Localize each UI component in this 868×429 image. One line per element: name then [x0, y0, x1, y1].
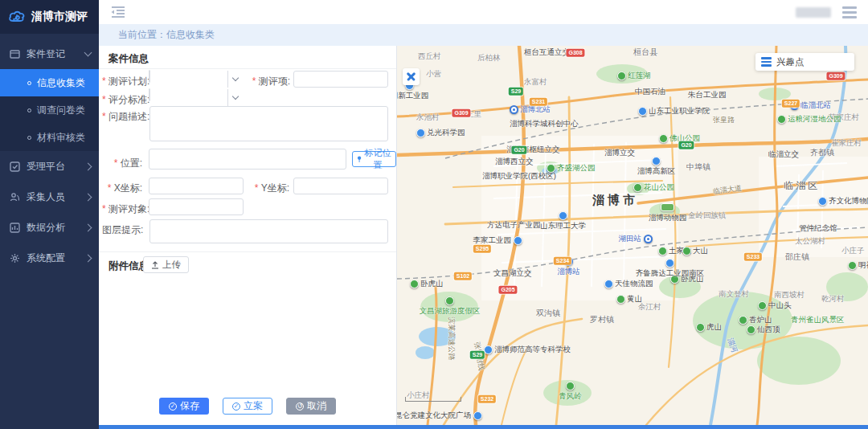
map-label: 太公湖村 — [795, 237, 825, 245]
sidebar-item-case-register[interactable]: 案件登记 — [0, 39, 99, 69]
breadcrumb-current: 信息收集类 — [166, 28, 215, 42]
sidebar-subitem-label: 材料审核类 — [37, 131, 85, 145]
layer-hint-textarea[interactable] — [149, 219, 388, 243]
map-marker: 山东理工大学 — [559, 211, 567, 220]
map-tools-icon[interactable] — [403, 68, 420, 85]
map-marker: 明祖山 — [848, 261, 857, 270]
map-marker: 淄博高新区 — [652, 157, 661, 165]
sidebar-item-acceptance-platform[interactable]: 受理平台 — [0, 151, 99, 182]
map-marker-label: 山东工业职业学院 — [649, 107, 710, 115]
check-square-icon — [10, 161, 20, 172]
road-shield: G205 — [498, 286, 517, 294]
poi-icon — [484, 345, 493, 354]
standard-select[interactable] — [149, 89, 242, 106]
plan-select[interactable] — [149, 71, 242, 88]
sidebar-item-system-config[interactable]: 系统配置 — [0, 243, 99, 273]
chevron-down-icon — [227, 89, 242, 106]
sidebar-item-data-analysis[interactable]: 数据分析 — [0, 212, 99, 243]
poi-icon — [696, 323, 705, 332]
description-label: 问题描述: — [102, 110, 142, 124]
map-label: 中埠镇 — [686, 163, 710, 171]
map-label: 淄博职业学院(西校区) — [482, 172, 556, 180]
map-label: 永富村 — [524, 78, 547, 86]
poi-icon — [658, 247, 667, 255]
standard-label: 评分标准: — [102, 93, 142, 107]
sidebar-item-material-review[interactable]: 材料审核类 — [0, 124, 99, 151]
poi-layer-panel[interactable]: 兴趣点 — [755, 53, 854, 71]
sidebar-item-collectors[interactable]: 采集人员 — [0, 182, 99, 212]
map-marker: 兑光科学园 — [416, 129, 425, 137]
menu-hamburger-icon[interactable] — [842, 6, 857, 18]
sidebar-item-questionnaire[interactable]: 调查问卷类 — [0, 96, 99, 124]
poi-icon — [514, 236, 522, 245]
gear-icon — [10, 253, 20, 264]
road-shield: S234 — [554, 257, 571, 265]
map-label: 桓台县 — [633, 48, 657, 56]
description-textarea[interactable] — [149, 106, 388, 141]
register-case-button[interactable]: ✓立案 — [223, 398, 272, 415]
chevron-right-icon — [84, 254, 92, 262]
map-marker-label: 虎山 — [706, 323, 722, 331]
target-input[interactable] — [149, 198, 244, 215]
upload-button[interactable]: 上传 — [143, 256, 189, 273]
poi-icon — [559, 211, 567, 220]
map-label: 临淄区 — [784, 181, 820, 190]
poi-panel-label: 兴趣点 — [776, 56, 805, 68]
breadcrumb-prefix: 当前位置： — [118, 28, 166, 42]
chevron-right-icon — [84, 162, 92, 170]
cancel-button[interactable]: ↺取消 — [286, 398, 336, 415]
map-marker-label: 天佳物流园 — [615, 280, 653, 288]
map-pin-icon — [357, 155, 362, 164]
road-shield: G309 — [826, 72, 845, 80]
map-marker: 齐文化博物院 — [818, 197, 827, 206]
location-label: 位置: — [102, 157, 142, 170]
poi-icon — [604, 280, 613, 288]
poi-icon — [652, 157, 661, 165]
map-label: 金岭回族镇 — [688, 211, 727, 219]
map-marker-label: 齐盛湖公园 — [557, 164, 596, 172]
divider — [99, 251, 396, 252]
location-input[interactable] — [149, 149, 346, 170]
chevron-down-icon — [227, 71, 242, 88]
item-label: 测评项: — [250, 75, 290, 88]
map-label: 南西坡村 — [774, 291, 805, 299]
road-shield: S29 — [509, 88, 523, 96]
map-label: 淄博立交 — [604, 149, 635, 157]
road-shield: G309 — [452, 109, 470, 117]
poi-icon — [616, 295, 625, 304]
map-marker: 李家工业园 — [514, 236, 522, 245]
cloud-logo-icon — [8, 10, 26, 23]
map-label: 临淄立交 — [768, 150, 799, 158]
form-actions: ✓保存 ✓立案 ↺取消 — [99, 398, 396, 415]
save-button[interactable]: ✓保存 — [159, 398, 209, 415]
mark-location-button[interactable]: 标记位置 — [352, 151, 396, 167]
sidebar-subitem-label: 调查问卷类 — [37, 104, 85, 117]
x-coord-input[interactable] — [149, 178, 244, 194]
poi-icon — [617, 72, 626, 80]
map-marker-label: 淄博师范高等专科学校 — [494, 345, 571, 353]
poi-icon — [818, 197, 827, 206]
item-input[interactable] — [293, 71, 388, 88]
poi-icon — [777, 115, 786, 124]
y-coord-input[interactable] — [293, 178, 388, 194]
section-title: 案件信息 — [108, 52, 149, 66]
map-canvas[interactable]: 西丘村小营后柏林桓台互通立交永富村永池村三里桓台县中国石油朱台工业园张皇路淄博科… — [397, 46, 868, 425]
user-name-masked[interactable] — [796, 7, 831, 18]
map-label: 管仲纪念馆 — [799, 224, 837, 232]
collapse-sidebar-icon[interactable] — [110, 6, 126, 18]
map-marker-label: 湖田站 — [619, 235, 642, 243]
map-label: 永池村 — [416, 113, 440, 121]
map-marker-label: 红莲湖 — [628, 72, 651, 80]
map-label: 淄博市 — [592, 194, 638, 206]
map-label: 小营 — [426, 70, 441, 78]
poi-icon — [638, 107, 647, 116]
map-marker: 香炉山 — [739, 316, 747, 325]
poi-icon — [747, 325, 755, 334]
bullet-icon — [27, 108, 31, 112]
map-marker: 佛山公园 — [659, 134, 668, 143]
map-label: 中国石油 — [635, 88, 665, 96]
sidebar-item-info-collect[interactable]: 信息收集类 — [0, 69, 99, 96]
map-label: 桓台互通立交 — [524, 48, 570, 56]
road-shield: G308 — [566, 49, 584, 57]
map-label: 滨莱高速公路 — [448, 317, 455, 361]
